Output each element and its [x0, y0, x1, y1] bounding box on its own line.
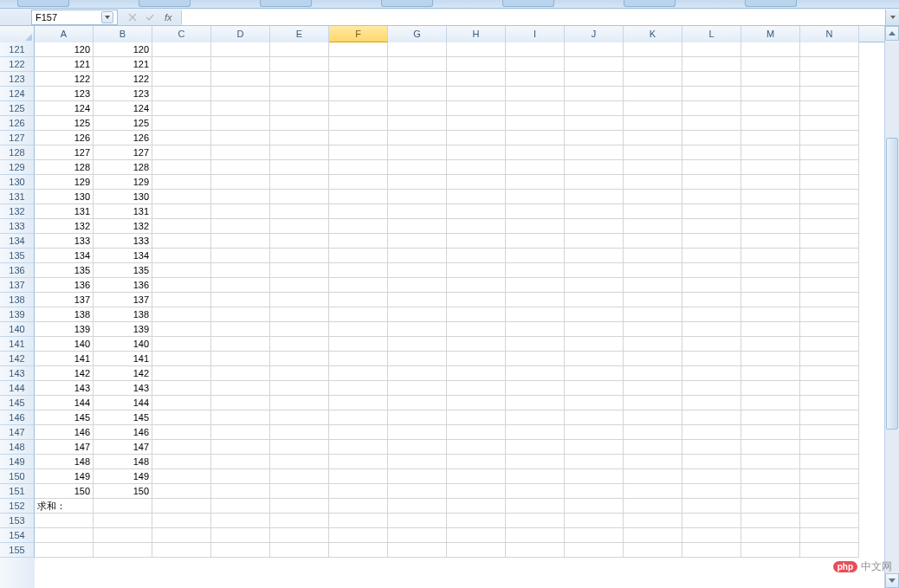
cell-G145[interactable] [388, 396, 447, 410]
cell-F137[interactable] [329, 278, 388, 293]
cell-I141[interactable] [506, 337, 565, 352]
cell-A126[interactable]: 125 [35, 116, 94, 131]
cell-A128[interactable]: 127 [35, 145, 94, 160]
cell-B135[interactable]: 134 [94, 249, 152, 263]
cell-F126[interactable] [329, 116, 388, 131]
cell-C127[interactable] [152, 131, 211, 145]
cell-I133[interactable] [506, 219, 565, 234]
cell-L123[interactable] [682, 72, 741, 87]
cell-G134[interactable] [388, 234, 447, 249]
cell-I142[interactable] [506, 352, 565, 366]
cell-I134[interactable] [506, 234, 565, 249]
cell-M155[interactable] [741, 543, 800, 558]
cell-M124[interactable] [741, 87, 800, 101]
cell-C137[interactable] [152, 278, 211, 293]
enter-button[interactable] [142, 10, 158, 24]
cell-I153[interactable] [506, 514, 565, 528]
cell-L151[interactable] [682, 484, 741, 499]
cell-M136[interactable] [741, 263, 800, 278]
cell-J137[interactable] [565, 278, 624, 293]
cell-D137[interactable] [211, 278, 270, 293]
row-header-126[interactable]: 126 [0, 116, 35, 131]
cell-D123[interactable] [211, 72, 270, 87]
cell-G139[interactable] [388, 307, 447, 322]
cell-I136[interactable] [506, 263, 565, 278]
cell-D130[interactable] [211, 175, 270, 190]
cell-D122[interactable] [211, 57, 270, 72]
cell-J136[interactable] [565, 263, 624, 278]
row-header-154[interactable]: 154 [0, 528, 35, 543]
cell-N140[interactable] [800, 322, 859, 337]
cell-D141[interactable] [211, 337, 270, 352]
scrollbar-track[interactable] [885, 42, 899, 573]
cell-K151[interactable] [624, 484, 682, 499]
cell-E122[interactable] [270, 57, 329, 72]
cell-M126[interactable] [741, 116, 800, 131]
cell-L131[interactable] [682, 190, 741, 204]
cell-J140[interactable] [565, 322, 624, 337]
cell-K125[interactable] [624, 101, 682, 116]
cell-C124[interactable] [152, 87, 211, 101]
cell-I135[interactable] [506, 249, 565, 263]
cell-K135[interactable] [624, 249, 682, 263]
cell-H126[interactable] [447, 116, 506, 131]
cell-M137[interactable] [741, 278, 800, 293]
cell-F144[interactable] [329, 381, 388, 396]
cell-H130[interactable] [447, 175, 506, 190]
cell-N134[interactable] [800, 234, 859, 249]
cell-D129[interactable] [211, 160, 270, 175]
formula-bar-expand[interactable] [885, 10, 899, 25]
cell-I139[interactable] [506, 307, 565, 322]
cell-B148[interactable]: 147 [94, 440, 152, 455]
cell-M133[interactable] [741, 219, 800, 234]
cell-J150[interactable] [565, 469, 624, 484]
cell-B141[interactable]: 140 [94, 337, 152, 352]
cell-F152[interactable] [329, 499, 388, 514]
cell-E153[interactable] [270, 514, 329, 528]
cell-C141[interactable] [152, 337, 211, 352]
cell-F155[interactable] [329, 543, 388, 558]
cell-H127[interactable] [447, 131, 506, 145]
cell-N153[interactable] [800, 514, 859, 528]
cell-H122[interactable] [447, 57, 506, 72]
row-header-143[interactable]: 143 [0, 366, 35, 381]
cell-H143[interactable] [447, 366, 506, 381]
cell-N124[interactable] [800, 87, 859, 101]
cell-G148[interactable] [388, 440, 447, 455]
cell-L154[interactable] [682, 528, 741, 543]
cell-F141[interactable] [329, 337, 388, 352]
cell-A153[interactable] [35, 514, 94, 528]
cell-B131[interactable]: 130 [94, 190, 152, 204]
cell-J144[interactable] [565, 381, 624, 396]
cell-G130[interactable] [388, 175, 447, 190]
cell-L129[interactable] [682, 160, 741, 175]
cell-J153[interactable] [565, 514, 624, 528]
cell-J145[interactable] [565, 396, 624, 410]
cell-D153[interactable] [211, 514, 270, 528]
cell-J127[interactable] [565, 131, 624, 145]
cell-H137[interactable] [447, 278, 506, 293]
cell-L155[interactable] [682, 543, 741, 558]
column-header-J[interactable]: J [565, 26, 624, 42]
cell-J125[interactable] [565, 101, 624, 116]
cell-B153[interactable] [94, 514, 152, 528]
cell-G142[interactable] [388, 352, 447, 366]
cell-F124[interactable] [329, 87, 388, 101]
cell-D138[interactable] [211, 293, 270, 307]
cell-H146[interactable] [447, 410, 506, 425]
cell-D128[interactable] [211, 145, 270, 160]
cell-A133[interactable]: 132 [35, 219, 94, 234]
cell-C140[interactable] [152, 322, 211, 337]
cell-B121[interactable]: 120 [94, 42, 152, 57]
cell-F142[interactable] [329, 352, 388, 366]
cell-C149[interactable] [152, 455, 211, 469]
cell-E150[interactable] [270, 469, 329, 484]
cell-H141[interactable] [447, 337, 506, 352]
cell-K132[interactable] [624, 204, 682, 219]
cell-G132[interactable] [388, 204, 447, 219]
row-header-123[interactable]: 123 [0, 72, 35, 87]
cell-M153[interactable] [741, 514, 800, 528]
cell-A134[interactable]: 133 [35, 234, 94, 249]
cell-D139[interactable] [211, 307, 270, 322]
cell-K124[interactable] [624, 87, 682, 101]
